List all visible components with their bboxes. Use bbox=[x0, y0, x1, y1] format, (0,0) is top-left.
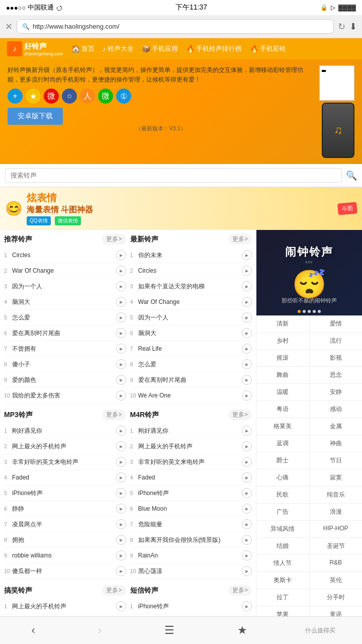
play-button[interactable]: ▶ bbox=[242, 441, 252, 451]
tag-item[interactable]: 影视 bbox=[310, 350, 363, 366]
tag-item[interactable]: 情人节 bbox=[256, 555, 309, 572]
search-input[interactable] bbox=[5, 168, 342, 183]
tag-item[interactable]: 金属 bbox=[310, 418, 363, 435]
play-button[interactable]: ▶ bbox=[242, 375, 252, 385]
play-button[interactable]: ▶ bbox=[116, 250, 126, 260]
play-button[interactable]: ▶ bbox=[242, 281, 252, 291]
nav-ringtones[interactable]: ♪铃声大全 bbox=[99, 38, 138, 59]
dot-5[interactable] bbox=[318, 310, 321, 313]
tag-item[interactable]: 寂寞 bbox=[310, 469, 363, 486]
ad-banner[interactable]: 😊 炫表情 海量表情 斗图神器 QQ表情 微信表情 斗图 bbox=[0, 187, 362, 230]
back-button[interactable]: ‹ bbox=[22, 622, 45, 639]
nav-color-ringtone[interactable]: 🔥手机彩铃 bbox=[246, 38, 290, 59]
wechat-icon[interactable]: 微 bbox=[98, 89, 113, 104]
dot-2[interactable] bbox=[303, 310, 306, 313]
qq-icon[interactable]: ① bbox=[116, 89, 131, 104]
share-app-button[interactable]: 什么值得买 bbox=[300, 624, 340, 637]
search-submit-button[interactable]: 🔍 bbox=[346, 170, 357, 181]
play-button[interactable]: ▶ bbox=[242, 390, 252, 400]
tag-item[interactable]: 圣诞节 bbox=[310, 538, 363, 554]
play-button[interactable]: ▶ bbox=[116, 566, 126, 576]
recommend-more[interactable]: 更多> bbox=[102, 234, 126, 245]
play-button[interactable]: ▶ bbox=[116, 550, 126, 560]
tag-item[interactable]: 粤语 bbox=[256, 401, 309, 418]
play-button[interactable]: ▶ bbox=[116, 328, 126, 338]
tag-item[interactable]: 结婚 bbox=[256, 538, 309, 554]
refresh-button[interactable]: ↻ bbox=[338, 21, 345, 32]
play-button[interactable]: ▶ bbox=[116, 519, 126, 529]
play-button[interactable]: ▶ bbox=[242, 601, 252, 611]
dot-3[interactable] bbox=[308, 310, 311, 313]
play-button[interactable]: ▶ bbox=[242, 266, 252, 276]
play-button[interactable]: ▶ bbox=[242, 488, 252, 498]
tag-item[interactable]: 节日 bbox=[310, 452, 363, 469]
play-button[interactable]: ▶ bbox=[242, 312, 252, 323]
play-button[interactable]: ▶ bbox=[116, 441, 126, 451]
play-button[interactable]: ▶ bbox=[116, 359, 126, 369]
url-bar[interactable]: 🔍 http://www.haolingsheng.com/ bbox=[17, 19, 334, 34]
play-button[interactable]: ▶ bbox=[116, 390, 126, 400]
url-text[interactable]: http://www.haolingsheng.com/ bbox=[33, 23, 120, 30]
play-button[interactable]: ▶ bbox=[242, 344, 252, 354]
play-button[interactable]: ▶ bbox=[116, 297, 126, 307]
tag-item[interactable]: 安静 bbox=[310, 384, 363, 400]
tag-item[interactable]: 神曲 bbox=[310, 435, 363, 452]
weibo-icon[interactable]: + bbox=[8, 89, 23, 104]
play-button[interactable]: ▶ bbox=[242, 359, 252, 369]
share-icon[interactable]: 微 bbox=[44, 89, 59, 104]
play-button[interactable]: ▶ bbox=[242, 472, 252, 482]
tag-item[interactable]: 奥斯卡 bbox=[256, 572, 309, 589]
tag-item[interactable]: 民歌 bbox=[256, 487, 309, 503]
tag-item[interactable]: 拉丁 bbox=[256, 589, 309, 606]
play-button[interactable]: ▶ bbox=[116, 375, 126, 385]
logo[interactable]: ♪ 好铃声 zhaolingsheng.com bbox=[3, 39, 67, 58]
play-button[interactable]: ▶ bbox=[242, 535, 252, 545]
tag-item[interactable]: 摇滚 bbox=[256, 350, 309, 366]
menu-button[interactable]: ☰ bbox=[154, 622, 185, 639]
tag-item[interactable]: 舞曲 bbox=[256, 367, 309, 383]
nav-apps[interactable]: 📦手机应用 bbox=[138, 38, 182, 59]
tag-item[interactable]: 分手时 bbox=[310, 589, 363, 606]
play-button[interactable]: ▶ bbox=[242, 457, 252, 467]
play-button[interactable]: ▶ bbox=[116, 312, 126, 323]
tag-item[interactable]: 广告 bbox=[256, 504, 309, 520]
play-button[interactable]: ▶ bbox=[242, 550, 252, 560]
mp3-more[interactable]: 更多> bbox=[102, 410, 126, 420]
play-button[interactable]: ▶ bbox=[242, 519, 252, 529]
play-button[interactable]: ▶ bbox=[116, 535, 126, 545]
play-button[interactable]: ▶ bbox=[242, 426, 252, 436]
nav-charts[interactable]: 🔥手机铃声排行榜 bbox=[182, 38, 246, 59]
sms-more[interactable]: 更多> bbox=[228, 585, 252, 596]
download-app-button[interactable]: 安卓版下载 bbox=[8, 108, 63, 125]
play-button[interactable]: ▶ bbox=[116, 472, 126, 482]
play-button[interactable]: ▶ bbox=[242, 566, 252, 576]
nav-home[interactable]: 🏠首页 bbox=[67, 38, 99, 59]
tag-item[interactable]: 蓝调 bbox=[256, 435, 309, 452]
tag-item[interactable]: 清新 bbox=[256, 315, 309, 332]
tag-item[interactable]: R&B bbox=[310, 555, 363, 572]
play-button[interactable]: ▶ bbox=[242, 504, 252, 514]
dot-4[interactable] bbox=[313, 310, 316, 313]
close-tab-button[interactable]: ✕ bbox=[5, 21, 13, 32]
carousel[interactable]: 闹钟铃声 zzz 😴 那些听不腻的闹钟铃声 bbox=[256, 230, 362, 315]
tag-item[interactable]: HIP-HOP bbox=[310, 521, 363, 537]
play-button[interactable]: ▶ bbox=[116, 426, 126, 436]
tag-item[interactable]: 异域风情 bbox=[256, 521, 309, 537]
favorites-icon[interactable]: ★ bbox=[26, 89, 41, 104]
tag-item[interactable]: 格莱美 bbox=[256, 418, 309, 435]
tag-item[interactable]: 感动 bbox=[310, 401, 363, 418]
renren-icon[interactable]: 人 bbox=[80, 89, 95, 104]
tag-item[interactable]: 流行 bbox=[310, 333, 363, 349]
tag-item[interactable]: 爱情 bbox=[310, 315, 363, 332]
tag-item[interactable]: 英伦 bbox=[310, 572, 363, 589]
play-button[interactable]: ▶ bbox=[116, 488, 126, 498]
play-button[interactable]: ▶ bbox=[116, 601, 126, 611]
tag-item[interactable]: 爵士 bbox=[256, 452, 309, 469]
m4r-more[interactable]: 更多> bbox=[228, 410, 252, 420]
latest-more[interactable]: 更多> bbox=[228, 234, 252, 245]
tag-item[interactable]: 纯音乐 bbox=[310, 487, 363, 503]
play-button[interactable]: ▶ bbox=[242, 250, 252, 260]
play-button[interactable]: ▶ bbox=[242, 297, 252, 307]
facebook-icon[interactable]: ○ bbox=[62, 89, 77, 104]
tag-item[interactable]: 心痛 bbox=[256, 469, 309, 486]
